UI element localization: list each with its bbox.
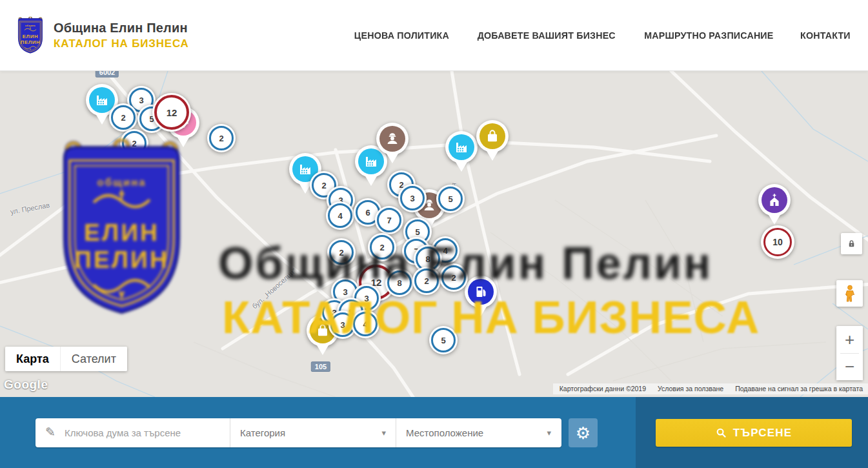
cluster-count: 2 (441, 265, 466, 290)
map-cluster[interactable]: 2 (109, 103, 137, 132)
chevron-down-icon: ▾ (547, 428, 551, 438)
nav-pricing-policy[interactable]: ЦЕНОВА ПОЛИТИКА (354, 30, 449, 41)
nav-add-business[interactable]: ДОБАВЕТЕ ВАШИЯТ БИЗНЕС (478, 30, 616, 41)
map-cluster[interactable]: 7 (375, 206, 403, 234)
fuel-icon (468, 279, 494, 305)
cluster-count: 2 (209, 126, 234, 150)
cluster-count: 8 (387, 270, 412, 295)
site-header: Община Елин Пелин КАТАЛОГ НА БИЗНЕСА ЦЕН… (0, 0, 868, 71)
nav-contacts[interactable]: КОНТАКТИ (800, 30, 851, 41)
cluster-count: 2 (122, 131, 146, 156)
cluster-count: 10 (763, 228, 792, 256)
map-pin-church[interactable] (758, 184, 791, 216)
map-pin-worker[interactable] (376, 123, 409, 155)
cluster-count: 2 (111, 105, 136, 130)
search-button-label: ТЪРСЕНЕ (733, 427, 792, 440)
cluster-count: 3 (400, 186, 425, 210)
nav-route-schedule[interactable]: МАРШРУТНО РАЗПИСАНИЕ (645, 30, 774, 41)
category-select-label: Категория (240, 427, 285, 438)
google-logo[interactable]: Google (4, 378, 48, 392)
search-form: ✎ Категория ▾ Местоположение ▾ (35, 418, 561, 447)
location-select-label: Местоположение (406, 427, 483, 438)
zoom-in-button[interactable]: + (836, 327, 863, 353)
cluster-count: 5 (438, 187, 463, 211)
map-cluster[interactable]: 2 (439, 263, 468, 292)
attribution-copyright: Картографски данни ©2019 (560, 385, 646, 392)
location-select[interactable]: Местоположение ▾ (396, 418, 561, 447)
cluster-count: 2 (329, 240, 354, 265)
search-icon (716, 427, 727, 438)
attribution-terms-link[interactable]: Условия за ползване (658, 385, 723, 392)
worker-icon (379, 126, 405, 152)
map-cluster[interactable]: 2 (368, 233, 396, 261)
gear-icon: ⚙ (576, 425, 590, 442)
map-cluster[interactable]: 3 (398, 184, 427, 212)
keyword-input[interactable] (63, 427, 220, 439)
site-subtitle: КАТАЛОГ НА БИЗНЕСА (54, 37, 189, 50)
category-select[interactable]: Категория ▾ (230, 418, 396, 447)
map-cluster[interactable]: 8 (385, 269, 414, 297)
markers-layer: 32512222323546752274812822333834510 (0, 71, 868, 397)
map-cluster[interactable]: 2 (327, 238, 356, 267)
factory-icon (358, 148, 384, 174)
map-cluster[interactable]: 4 (351, 310, 379, 338)
attribution-report-error-link[interactable]: Подаване на сигнал за грешка в картата (735, 385, 863, 392)
site-title: Община Елин Пелин (54, 21, 189, 36)
cluster-count: 4 (353, 312, 378, 336)
map-pin-factory[interactable] (445, 131, 478, 163)
map-cluster[interactable]: 5 (429, 326, 458, 354)
search-button[interactable]: ТЪРСЕНЕ (656, 419, 852, 447)
cluster-count: 4 (328, 203, 352, 228)
lock-icon (847, 239, 856, 249)
advanced-options-button[interactable]: ⚙ (569, 418, 598, 447)
cluster-count: 2 (414, 269, 439, 293)
cluster-count: 5 (431, 328, 456, 352)
bag-icon (479, 123, 505, 149)
church-icon (762, 187, 787, 213)
map-attribution: Картографски данни ©2019 Условия за полз… (553, 383, 868, 394)
map-cluster[interactable]: 2 (412, 267, 441, 295)
map-cluster[interactable]: 2 (120, 129, 148, 158)
map-cluster[interactable]: 10 (761, 225, 794, 259)
main-nav: ЦЕНОВА ПОЛИТИКА ДОБАВЕТЕ ВАШИЯТ БИЗНЕС М… (352, 30, 852, 41)
map-pin-bag[interactable] (476, 120, 509, 152)
zoom-control: + − (836, 326, 863, 380)
search-bar: ✎ Категория ▾ Местоположение ▾ ⚙ ТЪРСЕНЕ (0, 397, 868, 468)
map-cluster[interactable]: 2 (207, 124, 236, 152)
zoom-out-button[interactable]: − (836, 354, 863, 380)
pegman-control[interactable] (836, 280, 863, 307)
pencil-icon: ✎ (45, 425, 56, 440)
streetview-lock-control[interactable] (841, 233, 862, 254)
map-canvas[interactable]: 6002105ул. Преславбул. „Новоселци“ция 32… (0, 71, 868, 397)
map-type-control: Карта Сателит (5, 347, 127, 371)
pegman-icon (842, 285, 858, 303)
cluster-count: 12 (154, 95, 189, 130)
map-type-map-button[interactable]: Карта (5, 347, 60, 371)
brand[interactable]: Община Елин Пелин КАТАЛОГ НА БИЗНЕСА (16, 17, 189, 54)
keyword-field[interactable]: ✎ (35, 418, 230, 447)
map-cluster[interactable]: 5 (436, 185, 465, 213)
cluster-count: 2 (370, 235, 394, 259)
municipality-crest-logo (16, 17, 45, 54)
map-pin-fuel[interactable] (465, 276, 497, 308)
map-cluster[interactable]: 4 (326, 201, 354, 230)
factory-icon (449, 134, 474, 160)
map-cluster[interactable]: 12 (152, 93, 191, 132)
cluster-count: 7 (377, 208, 401, 232)
map-type-satellite-button[interactable]: Сателит (60, 347, 127, 371)
chevron-down-icon: ▾ (381, 428, 386, 438)
